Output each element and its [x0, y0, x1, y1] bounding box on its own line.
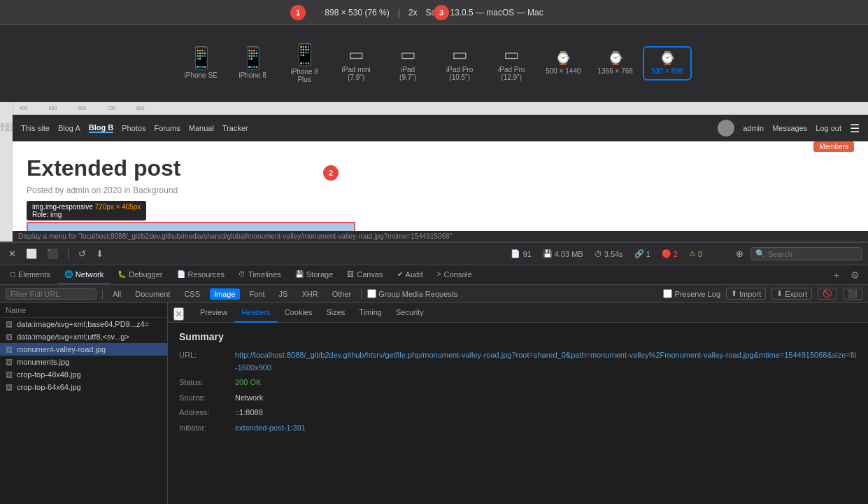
elements-tab-label: Elements [18, 270, 50, 279]
device-500x1440[interactable]: ⌚ 500 × 1440 [539, 48, 588, 79]
list-item[interactable]: 🖼 data:image/svg+xml;utf8,<sv...g> [0, 330, 167, 343]
group-media-checkbox[interactable] [367, 289, 376, 298]
filter-extra-button[interactable]: ⬛ [843, 288, 862, 300]
list-item[interactable]: 🖼 crop-top-64x64.jpg [0, 381, 167, 393]
list-item[interactable]: 🖼 monuments.jpg [0, 356, 167, 368]
file-name-5: crop-top-48x48.jpg [17, 370, 81, 379]
size-value: 4.03 MB [555, 250, 583, 258]
clear-button[interactable]: 🚫 [818, 288, 837, 300]
filter-other-button[interactable]: Other [328, 288, 356, 300]
hamburger-menu[interactable]: ☰ [850, 122, 860, 135]
filter-js-button[interactable]: JS [275, 288, 292, 300]
device-iphone-8-plus[interactable]: 📱 iPhone 8Plus [280, 40, 329, 88]
nav-manual[interactable]: Manual [189, 124, 214, 132]
nav-blog-a[interactable]: Blog A [58, 124, 80, 132]
tab-canvas[interactable]: 🖼 Canvas [340, 265, 390, 285]
badge-1: 1 [290, 5, 306, 20]
tab-resources[interactable]: 📄 Resources [170, 265, 232, 285]
stat-size: 💾 4.03 MB [543, 249, 583, 258]
tab-network[interactable]: 🌐 Network [57, 265, 111, 285]
search-input[interactable] [768, 250, 852, 258]
close-devtools-button[interactable]: ✕ [6, 247, 19, 260]
filter-all-button[interactable]: All [108, 288, 125, 300]
tab-preview[interactable]: Preview [193, 303, 234, 323]
stat-errors: 🔴 2 [662, 249, 678, 258]
reload-button[interactable]: ↺ [76, 247, 89, 260]
badge-3: 3 [434, 5, 449, 20]
status-label: Status: [179, 377, 235, 389]
devtools: ✕ ⬜ ⬛ ↺ ⬇ 📄 91 💾 4.03 MB ⏱ 3.54s 🔗 1 [0, 242, 868, 504]
url-value[interactable]: http://localhost:8088/_git/b2dev.github/… [235, 349, 857, 374]
tab-headers[interactable]: Headers [234, 303, 278, 323]
filter-image-button[interactable]: Image [210, 288, 240, 300]
file-list-header: Name [0, 303, 167, 318]
tab-sizes[interactable]: Sizes [319, 303, 352, 323]
device-530x898-label: 530 × 898 [651, 67, 683, 75]
device-ipad-pro-105-label: iPad Pro(10.5") [446, 66, 473, 81]
dimensions-text: 898 × 530 (76 %) [325, 8, 389, 18]
canvas-tab-label: Canvas [357, 270, 383, 279]
detail-close-button[interactable]: ✕ [173, 307, 184, 321]
time-icon: ⏱ [595, 250, 602, 258]
device-ipad-pro-129-label: iPad Pro(12.9") [498, 66, 525, 81]
nav-forums[interactable]: Forums [154, 124, 180, 132]
add-tab-button[interactable]: + [828, 267, 845, 284]
device-1366x768[interactable]: ⌚ 1366 × 768 [591, 48, 640, 79]
tab-security[interactable]: Security [389, 303, 431, 323]
tab-cookies[interactable]: Cookies [278, 303, 320, 323]
requests-icon: 🔗 [634, 249, 644, 258]
list-item-selected[interactable]: 🖼 monument-valley-road.jpg [0, 343, 167, 356]
stat-warnings: ⚠ 0 [689, 249, 702, 258]
download-button[interactable]: ⬇ [93, 247, 106, 260]
device-ipad-97[interactable]: ▭ iPad(9.7") [383, 42, 432, 85]
tab-debugger[interactable]: 🐛 Debugger [111, 265, 169, 285]
filter-font-button[interactable]: Font [246, 288, 269, 300]
preserve-log-label[interactable]: Preserve Log [663, 289, 720, 298]
list-item[interactable]: 🖼 data:image/svg+xml;base64,PD9...z4= [0, 318, 167, 330]
nav-logout[interactable]: Log out [816, 124, 841, 132]
filter-css-button[interactable]: CSS [180, 288, 204, 300]
initiator-value[interactable]: extended-post-1:391 [235, 422, 306, 435]
tab-timelines[interactable]: ⏱ Timelines [232, 265, 288, 285]
device-ipad-pro-105[interactable]: ▭ iPad Pro(10.5") [435, 42, 484, 85]
list-item[interactable]: 🖼 crop-top-48x48.jpg [0, 368, 167, 381]
device-1366x768-label: 1366 × 768 [598, 67, 633, 75]
filter-xhr-button[interactable]: XHR [297, 288, 322, 300]
file-icon-4: 🖼 [6, 358, 13, 366]
filter-document-button[interactable]: Document [131, 288, 174, 300]
group-media-checkbox-label[interactable]: Group Media Requests [367, 289, 457, 298]
nav-photos[interactable]: Photos [122, 124, 145, 132]
settings-tab-button[interactable]: ⚙ [845, 267, 865, 284]
tab-console[interactable]: > Console [430, 265, 479, 285]
status-value: 200 OK [235, 377, 261, 389]
stat-files: 📄 91 [511, 249, 531, 258]
device-iphone-8-label: iPhone 8 [239, 71, 266, 79]
device-530x898[interactable]: ⌚ 530 × 898 [643, 46, 692, 80]
requests-count: 1 [646, 250, 650, 258]
tab-storage[interactable]: 💾 Storage [288, 265, 341, 285]
nav-site[interactable]: This site [21, 124, 50, 132]
device-iphone-8[interactable]: 📱 iPhone 8 [228, 43, 277, 83]
nav-blog-b[interactable]: Blog B [89, 123, 113, 133]
filter-url-input[interactable] [6, 288, 97, 300]
dock-button[interactable]: ⬜ [23, 247, 40, 260]
split-button[interactable]: ⬛ [44, 247, 61, 260]
custom-2-icon: ⌚ [608, 52, 623, 64]
nav-admin[interactable]: admin [743, 124, 764, 132]
file-icon-6: 🖼 [6, 384, 13, 391]
nav-messages[interactable]: Messages [772, 124, 807, 132]
device-iphone-se[interactable]: 📱 iPhone SE [176, 43, 225, 83]
import-button[interactable]: ⬆ Import [726, 288, 766, 300]
summary-status-row: Status: 200 OK [179, 377, 857, 389]
preserve-log-checkbox[interactable] [663, 289, 672, 298]
audit-tab-label: Audit [406, 270, 423, 279]
export-button[interactable]: ⬇ Export [771, 288, 812, 300]
target-button[interactable]: ⊕ [733, 247, 746, 260]
tab-elements[interactable]: ◻ Elements [3, 265, 57, 285]
tab-timing[interactable]: Timing [352, 303, 389, 323]
device-ipad-mini[interactable]: ▭ iPad mini(7.9") [332, 42, 380, 85]
status-bar: Display a menu for "localhost:8088/_git/… [13, 231, 868, 241]
tab-audit[interactable]: ✔ Audit [390, 265, 430, 285]
device-ipad-pro-129[interactable]: ▭ iPad Pro(12.9") [487, 42, 536, 85]
nav-tracker[interactable]: Tracker [222, 124, 248, 132]
